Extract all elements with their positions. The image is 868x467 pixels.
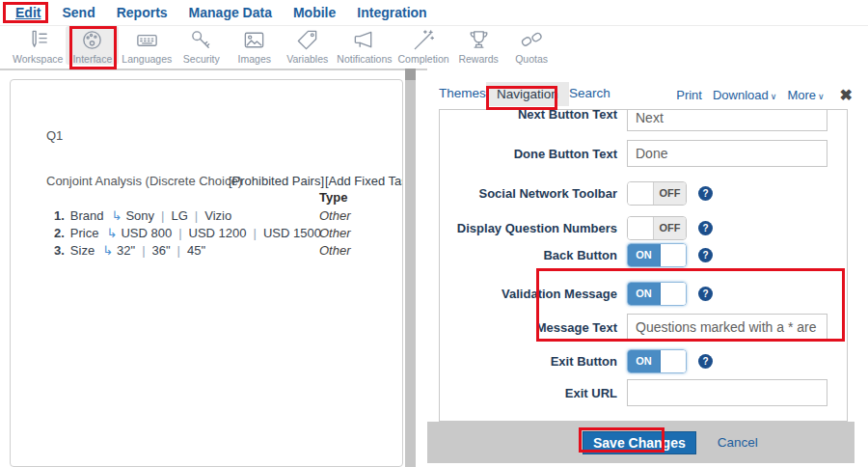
- toolbar-item-images[interactable]: Images: [228, 26, 281, 65]
- toolbar-item-label: Quotas: [515, 53, 548, 65]
- toggle-knob: [661, 283, 686, 305]
- tab-navigation[interactable]: Navigation: [486, 82, 569, 106]
- workspace-icon: [26, 28, 50, 52]
- toolbar-item-completion[interactable]: Completion: [395, 26, 452, 65]
- completion-icon: [412, 28, 436, 52]
- navigation-settings-form: Next Button Text Done Button Text Social…: [439, 109, 848, 422]
- attribute-type: Other: [319, 243, 351, 258]
- exit-url-input[interactable]: [627, 379, 827, 406]
- nav-item-edit[interactable]: Edit: [15, 5, 41, 20]
- more-dropdown[interactable]: More∨: [787, 88, 824, 102]
- form-row: Validation Message ON ?: [440, 280, 847, 307]
- back-button-toggle[interactable]: ON: [627, 243, 687, 267]
- notifications-icon: [352, 28, 376, 52]
- toolbar-item-label: Languages: [122, 53, 172, 65]
- field-label: Exit URL: [440, 386, 617, 400]
- help-icon[interactable]: ?: [698, 248, 713, 262]
- field-label: Done Button Text: [440, 147, 617, 161]
- field-label: Back Button: [440, 248, 617, 262]
- form-row: Exit URL: [440, 379, 847, 406]
- type-column-header: Type: [319, 190, 347, 205]
- level-value: 32": [117, 243, 135, 258]
- toolbar-item-interface[interactable]: Interface: [66, 26, 119, 65]
- preview-scrollbar[interactable]: [405, 69, 416, 467]
- print-link[interactable]: Print: [676, 88, 702, 102]
- help-icon[interactable]: ?: [698, 186, 713, 201]
- chevron-down-icon: ∨: [771, 92, 777, 101]
- row-number: 2.: [54, 226, 65, 240]
- level-arrow-icon: ↳: [112, 208, 122, 223]
- toggle-state: ON: [628, 283, 661, 305]
- nav-item-manage-data[interactable]: Manage Data: [189, 5, 272, 20]
- field-label: Social Network Toolbar: [440, 186, 617, 201]
- question-title[interactable]: Conjoint Analysis (Discrete Choice): [46, 174, 242, 188]
- field-label: Exit Button: [440, 354, 617, 369]
- field-label: Validation Message: [440, 287, 617, 301]
- nav-item-mobile[interactable]: Mobile: [293, 5, 336, 20]
- exit-button-toggle[interactable]: ON: [627, 349, 687, 373]
- help-icon[interactable]: ?: [698, 354, 713, 369]
- chevron-down-icon: ∨: [818, 92, 825, 101]
- download-label: Download: [713, 88, 769, 102]
- prohibited-pairs-link[interactable]: [Prohibited Pairs]: [229, 174, 324, 188]
- toolbar-item-quotas[interactable]: Quotas: [505, 26, 558, 65]
- toolbar-item-rewards[interactable]: Rewards: [452, 26, 505, 65]
- nav-item-integration[interactable]: Integration: [357, 5, 426, 20]
- display-question-numbers-toggle[interactable]: OFF: [627, 216, 687, 240]
- download-dropdown[interactable]: Download∨: [713, 88, 776, 102]
- survey-preview-panel: Q1 Conjoint Analysis (Discrete Choice) […: [10, 79, 403, 467]
- cancel-link[interactable]: Cancel: [718, 435, 758, 450]
- toolbar-item-label: Rewards: [458, 53, 498, 65]
- nav-item-send[interactable]: Send: [62, 5, 95, 20]
- panel-actions: Print Download∨ More∨ ✖: [676, 86, 853, 104]
- level-separator: |: [254, 226, 257, 240]
- message-text-input[interactable]: [627, 314, 827, 341]
- next-button-text-input[interactable]: [627, 109, 827, 131]
- level-arrow-icon: ↳: [102, 243, 113, 258]
- toggle-knob: [661, 350, 686, 372]
- attribute-name: Price: [70, 226, 99, 240]
- rewards-icon: [467, 28, 491, 52]
- nav-item-reports[interactable]: Reports: [117, 5, 168, 20]
- edit-toolbar: Workspace Interface Languages Security I…: [0, 26, 868, 69]
- row-number: 1.: [54, 208, 65, 223]
- attribute-row: 1.Brand↳Sony|LG|Vizio Other: [54, 208, 401, 223]
- toolbar-item-notifications[interactable]: Notifications: [334, 26, 394, 65]
- social-network-toolbar-toggle[interactable]: OFF: [627, 181, 687, 206]
- toolbar-item-label: Notifications: [337, 53, 392, 65]
- toolbar-item-security[interactable]: Security: [175, 26, 228, 65]
- level-arrow-icon: ↳: [106, 226, 117, 240]
- row-number: 3.: [54, 243, 65, 258]
- tab-search[interactable]: Search: [569, 86, 610, 100]
- top-nav: Edit Send Reports Manage Data Mobile Int…: [0, 0, 868, 26]
- toolbar-item-variables[interactable]: Variables: [281, 26, 334, 65]
- form-footer: Save Changes Cancel: [427, 422, 854, 463]
- scrollbar-thumb[interactable]: [405, 69, 416, 80]
- toolbar-item-languages[interactable]: Languages: [119, 26, 175, 65]
- level-separator: |: [161, 208, 164, 223]
- level-separator: |: [178, 226, 181, 240]
- save-changes-button[interactable]: Save Changes: [583, 431, 696, 454]
- field-label: Next Button Text: [440, 109, 617, 122]
- field-label: Message Text: [440, 320, 617, 335]
- field-label: Display Question Numbers: [440, 221, 617, 235]
- close-icon[interactable]: ✖: [840, 86, 853, 104]
- level-separator: |: [177, 243, 180, 258]
- form-row: Next Button Text: [440, 109, 847, 131]
- help-icon[interactable]: ?: [698, 287, 713, 301]
- level-value: 45": [187, 243, 205, 258]
- level-value: USD 800: [121, 226, 172, 240]
- help-icon[interactable]: ?: [698, 221, 713, 235]
- interface-icon: [80, 28, 104, 52]
- add-fixed-tasks-link[interactable]: [Add Fixed Tasks: [325, 174, 403, 188]
- tab-themes[interactable]: Themes: [439, 86, 486, 100]
- attribute-row: 2.Price↳USD 800|USD 1200|USD 1500 Other: [54, 226, 401, 240]
- toolbar-item-label: Images: [238, 53, 271, 65]
- validation-message-toggle[interactable]: ON: [627, 282, 687, 306]
- done-button-text-input[interactable]: [627, 140, 827, 167]
- form-row: Exit Button ON ?: [440, 347, 847, 374]
- toggle-knob: [628, 217, 653, 239]
- toolbar-item-workspace[interactable]: Workspace: [10, 26, 66, 65]
- settings-tabs: Themes Navigation Search Print Download∨…: [427, 82, 854, 109]
- attribute-name: Brand: [70, 208, 104, 223]
